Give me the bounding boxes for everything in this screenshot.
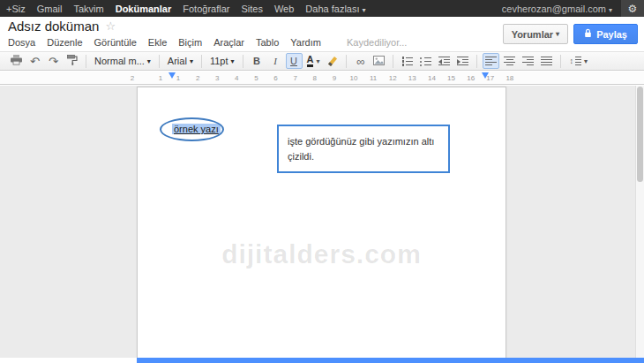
document-canvas: örnek yazı işte gördüğünüz gibi yazımızı…	[0, 86, 644, 358]
topbar-link-plus-you[interactable]: +Siz	[6, 4, 26, 14]
insert-link-button[interactable]: ∞	[352, 53, 369, 69]
left-indent-marker[interactable]	[168, 72, 176, 79]
font-dropdown[interactable]: Arial▾	[164, 53, 197, 69]
redo-button[interactable]: ↷	[45, 53, 62, 69]
chevron-down-icon: ▾	[230, 57, 234, 65]
settings-gear-button[interactable]: ⚙	[621, 0, 644, 17]
vertical-scrollbar[interactable]	[635, 86, 644, 358]
align-justify-icon	[541, 57, 552, 65]
menu-insert[interactable]: Ekle	[148, 37, 167, 48]
align-justify-button[interactable]	[538, 53, 555, 69]
ruler-number: 4	[231, 74, 242, 82]
document-title[interactable]: Adsız doküman	[8, 19, 99, 34]
star-icon[interactable]: ☆	[105, 19, 116, 33]
bullet-list-button[interactable]	[417, 53, 434, 69]
highlight-color-button[interactable]	[324, 53, 341, 69]
watermark-text: dijitalders.com	[138, 239, 505, 269]
chevron-down-icon: ▾	[316, 57, 319, 65]
indent-button[interactable]	[454, 53, 471, 69]
menu-tools[interactable]: Araçlar	[213, 37, 244, 48]
image-icon	[373, 56, 385, 67]
indent-icon	[457, 57, 468, 65]
account-menu[interactable]: cevherozan@gmail.com▾	[502, 4, 612, 14]
menubar: Dosya Düzenle Görüntüle Ekle Biçim Araçl…	[8, 37, 407, 48]
ruler-number: 18	[505, 74, 515, 82]
align-left-icon	[485, 57, 497, 65]
menu-format[interactable]: Biçim	[178, 37, 202, 48]
printer-icon	[11, 55, 22, 67]
ruler-number: 1	[155, 74, 166, 82]
paint-format-button[interactable]	[64, 53, 80, 69]
bold-button[interactable]: B	[249, 53, 266, 69]
highlighter-icon	[328, 57, 337, 66]
align-right-button[interactable]	[520, 53, 536, 69]
annotation-ellipse	[160, 117, 224, 141]
ruler-number: 2	[127, 74, 138, 82]
account-email: cevherozan@gmail.com	[502, 4, 606, 14]
ruler-number: 8	[310, 74, 320, 82]
topbar-right: cevherozan@gmail.com▾ ⚙	[502, 0, 644, 17]
topbar-link-gmail[interactable]: Gmail	[37, 4, 63, 14]
lock-icon	[584, 28, 592, 40]
print-button[interactable]	[8, 53, 25, 69]
topbar-link-web[interactable]: Web	[274, 4, 294, 14]
indent-arrow	[457, 59, 461, 64]
topbar-link-calendar[interactable]: Takvim	[73, 4, 103, 14]
document-page[interactable]: örnek yazı işte gördüğünüz gibi yazımızı…	[137, 87, 506, 358]
menu-view[interactable]: Görüntüle	[94, 37, 137, 48]
topbar-link-sites[interactable]: Sites	[241, 4, 262, 14]
styles-dropdown[interactable]: Normal m...▾	[91, 53, 154, 69]
topbar-more-label: Daha fazlası	[305, 4, 359, 14]
scrollbar-thumb[interactable]	[637, 87, 643, 182]
menu-edit[interactable]: Düzenle	[47, 37, 82, 48]
topbar-link-photos[interactable]: Fotoğraflar	[183, 4, 229, 14]
ruler-number: 16	[466, 74, 476, 82]
chevron-down-icon: ▾	[609, 6, 612, 14]
text-color-button[interactable]: A▾	[304, 53, 323, 69]
comments-label: Yorumlar	[512, 29, 553, 40]
right-indent-marker[interactable]	[482, 72, 489, 79]
undo-icon: ↶	[30, 56, 40, 67]
font-size-dropdown[interactable]: 11pt▾	[206, 53, 238, 69]
bottom-bar	[137, 358, 644, 363]
paint-roller-icon	[67, 55, 78, 67]
align-left-button[interactable]	[483, 53, 499, 69]
google-docs-app: +Siz Gmail Takvim Dokümanlar Fotoğraflar…	[0, 0, 644, 363]
topbar-link-documents[interactable]: Dokümanlar	[116, 4, 172, 14]
italic-button[interactable]: I	[267, 53, 284, 69]
menu-table[interactable]: Tablo	[256, 37, 279, 48]
underline-icon: U	[290, 56, 297, 66]
chevron-down-icon: ▾	[147, 57, 151, 65]
ruler-number: 10	[348, 74, 359, 82]
outdent-arrow	[438, 59, 442, 64]
toolbar-separator	[201, 55, 202, 68]
outdent-button[interactable]	[436, 53, 453, 69]
undo-button[interactable]: ↶	[26, 53, 43, 69]
bullet-list-icon	[420, 57, 431, 65]
line-spacing-button[interactable]: ↕▾	[566, 53, 590, 69]
insert-image-button[interactable]	[371, 53, 387, 69]
toolbar-separator	[393, 55, 393, 68]
ruler-numbers: 1 2 3 4 5 6 7 8 9 10 11 12 13 14 15 16 1…	[173, 74, 515, 82]
ruler-number: 2	[192, 74, 203, 82]
line-spacing-icon: ↕	[569, 57, 573, 65]
numbered-list-button[interactable]	[399, 53, 416, 69]
ruler-number: 6	[271, 74, 281, 82]
comments-button[interactable]: Yorumlar ▾	[503, 24, 569, 44]
share-button[interactable]: Paylaş	[573, 24, 638, 44]
ruler-left-numbers: 2 1	[127, 74, 166, 82]
google-topbar: +Siz Gmail Takvim Dokümanlar Fotoğraflar…	[0, 0, 644, 17]
align-center-button[interactable]	[501, 53, 518, 69]
menu-help[interactable]: Yardım	[290, 37, 321, 48]
styles-value: Normal m...	[94, 56, 145, 66]
toolbar-separator	[159, 55, 160, 68]
toolbar-separator	[346, 55, 347, 68]
topbar-link-more[interactable]: Daha fazlası▾	[305, 4, 365, 14]
chevron-down-icon: ▾	[363, 6, 366, 14]
menu-file[interactable]: Dosya	[8, 37, 35, 48]
font-value: Arial	[168, 56, 187, 66]
underline-button[interactable]: U	[286, 53, 303, 69]
title-row: Adsız doküman ☆	[8, 19, 116, 34]
doc-header: Adsız doküman ☆ Dosya Düzenle Görüntüle …	[0, 17, 644, 51]
link-icon: ∞	[356, 56, 364, 67]
